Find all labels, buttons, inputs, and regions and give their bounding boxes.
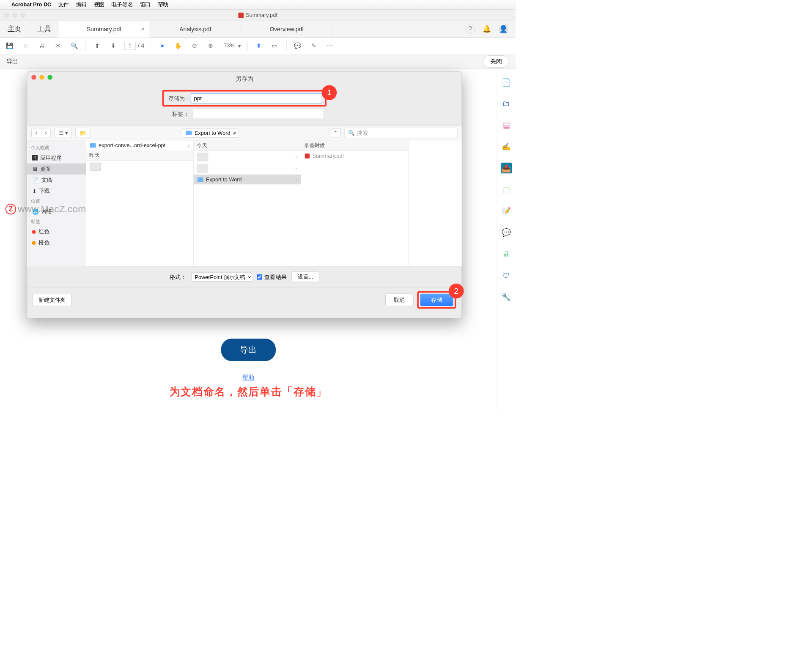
menu-esign[interactable]: 电子签名: [111, 1, 133, 8]
zoom-in-icon[interactable]: ⊕: [206, 41, 216, 51]
col1-item[interactable]: export-conve...ord-excel-ppt›: [86, 140, 193, 150]
sidebar-downloads[interactable]: ⬇下载: [27, 186, 86, 197]
zoom-out-icon[interactable]: ⊖: [190, 41, 200, 51]
watermark: Zwww.MacZ.com: [5, 203, 86, 215]
cancel-button[interactable]: 取消: [385, 294, 413, 306]
tab-tools[interactable]: 工具: [29, 21, 58, 38]
hand-icon[interactable]: ✋: [174, 41, 184, 51]
bell-icon[interactable]: 🔔: [482, 25, 491, 34]
settings-button[interactable]: 设置...: [292, 272, 319, 282]
star-icon[interactable]: ☆: [21, 41, 31, 51]
export-pdf-icon[interactable]: 📤: [501, 163, 512, 173]
pointer-icon[interactable]: ➤: [157, 41, 167, 51]
pdf-icon: [305, 153, 310, 158]
menu-view[interactable]: 视图: [94, 1, 104, 8]
tab-doc-3[interactable]: Overview.pdf: [241, 21, 332, 38]
menu-help[interactable]: 帮助: [158, 1, 168, 8]
page-down-icon[interactable]: ⬇: [108, 41, 118, 51]
zoom-dropdown[interactable]: 73%▾: [222, 42, 241, 49]
chevron-right-icon: ›: [188, 142, 189, 149]
app-name[interactable]: Acrobat Pro DC: [11, 2, 52, 8]
help-link[interactable]: 帮助: [242, 373, 254, 381]
col3-pdf[interactable]: Summary.pdf: [301, 151, 408, 161]
help-icon[interactable]: ?: [466, 25, 475, 34]
nav-back-forward[interactable]: ‹›: [31, 128, 51, 138]
format-row: 格式： PowerPoint 演示文稿 查看结果 设置...: [27, 267, 461, 287]
col1-thumb[interactable]: [86, 161, 193, 172]
path-dropdown[interactable]: Export to Word▴▾: [182, 128, 239, 137]
browser-col-4: [409, 140, 462, 266]
shield-icon[interactable]: 🛡: [501, 270, 512, 281]
page-display-icon[interactable]: ▭: [270, 41, 280, 51]
dialog-traffic-lights[interactable]: [27, 72, 57, 83]
tags-input[interactable]: [192, 109, 324, 119]
highlight-icon[interactable]: ✎: [309, 41, 319, 51]
download-icon: ⬇: [32, 188, 37, 194]
window-titlebar: Summary.pdf: [0, 10, 516, 21]
create-pdf-icon[interactable]: 📄: [501, 77, 512, 88]
instruction-caption: 为文档命名，然后单击「存储」: [170, 384, 327, 399]
col2-thumb-2[interactable]: ›: [194, 163, 301, 175]
view-result-checkbox[interactable]: 查看结果: [257, 273, 287, 281]
comment-tool-icon[interactable]: 📝: [501, 205, 512, 216]
sidebar-desktop[interactable]: 🖥桌面: [27, 164, 86, 175]
group-button[interactable]: 📁: [75, 128, 90, 138]
annotation-badge-2: 2: [449, 284, 464, 299]
save-button[interactable]: 存储: [420, 294, 453, 306]
save-as-label: 存储为：: [167, 95, 191, 102]
file-browser: 个人收藏 🅰应用程序 🖥桌面 📄文稿 ⬇下载 位置 🌐网络 标签 红色 橙色 昨…: [27, 140, 461, 266]
print-icon[interactable]: 🖨: [37, 41, 47, 51]
more-tools-icon[interactable]: 🔧: [501, 292, 512, 302]
sidebar-documents[interactable]: 📄文稿: [27, 175, 86, 186]
menu-file[interactable]: 文件: [58, 1, 69, 8]
tab-home[interactable]: 主页: [0, 21, 29, 38]
annotation-badge-1: 1: [322, 85, 337, 100]
close-button[interactable]: 关闭: [483, 55, 509, 67]
sidebar-tag-red[interactable]: 红色: [27, 226, 86, 237]
more-icon[interactable]: ⋯: [325, 41, 335, 51]
traffic-lights[interactable]: [4, 13, 25, 17]
sidebar-applications[interactable]: 🅰应用程序: [27, 153, 86, 164]
save-icon[interactable]: 💾: [5, 41, 14, 51]
organize-icon[interactable]: ⬚: [501, 184, 512, 195]
page-up-icon[interactable]: ⬆: [92, 41, 102, 51]
app-icon: 🅰: [32, 155, 38, 161]
menu-window[interactable]: 窗口: [140, 1, 151, 8]
comment-icon[interactable]: 💬: [293, 41, 302, 51]
menu-edit[interactable]: 编辑: [76, 1, 87, 8]
tab-doc-1[interactable]: Summary.pdf×: [58, 21, 150, 38]
col2-thumb-1[interactable]: ›: [194, 151, 301, 163]
search-field[interactable]: 🔍 搜索: [345, 128, 458, 138]
folder-icon: [90, 143, 96, 148]
account-icon[interactable]: 👤: [499, 25, 508, 34]
right-tool-panel: 📄 🗂 ▤ ✍ 📤 ⬚ 📝 💬 🖨 🛡 🔧: [497, 69, 516, 413]
expand-button[interactable]: ⌃: [331, 129, 340, 138]
dialog-buttons: 新建文件夹 取消 存储 2: [27, 287, 461, 312]
edit-pdf-icon[interactable]: ▤: [501, 120, 512, 130]
folder-icon: [198, 177, 203, 181]
sign-icon[interactable]: ✍: [501, 141, 512, 152]
col2-folder[interactable]: Export to Word›: [194, 175, 301, 184]
protect-icon[interactable]: 🖨: [501, 249, 512, 259]
pdf-icon: [238, 13, 244, 18]
sidebar-tag-orange[interactable]: 橙色: [27, 237, 86, 248]
new-folder-button[interactable]: 新建文件夹: [33, 294, 72, 306]
dialog-nav-toolbar: ‹› ☰ ▾ 📁 Export to Word▴▾ ⌃ 🔍 搜索: [27, 126, 461, 141]
scan-icon[interactable]: 💬: [501, 227, 512, 238]
tab-doc-2[interactable]: Analysis.pdf: [150, 21, 241, 38]
tags-label: 标签：: [165, 110, 189, 118]
view-mode[interactable]: ☰ ▾: [55, 128, 71, 138]
close-icon[interactable]: ×: [141, 25, 145, 33]
export-strip: 导出 关闭: [0, 54, 516, 68]
export-button[interactable]: 导出: [221, 339, 276, 361]
filename-input[interactable]: [191, 93, 322, 103]
combine-icon[interactable]: 🗂: [501, 98, 512, 109]
find-icon[interactable]: 🔍: [69, 41, 79, 51]
mail-icon[interactable]: ✉: [53, 41, 63, 51]
page-input[interactable]: [124, 42, 136, 50]
doc-icon: 📄: [32, 177, 39, 183]
format-select[interactable]: PowerPoint 演示文稿: [191, 272, 252, 282]
format-label: 格式：: [170, 273, 187, 281]
window-title: Summary.pdf: [238, 12, 277, 19]
fit-width-icon[interactable]: ⬍: [254, 41, 263, 51]
